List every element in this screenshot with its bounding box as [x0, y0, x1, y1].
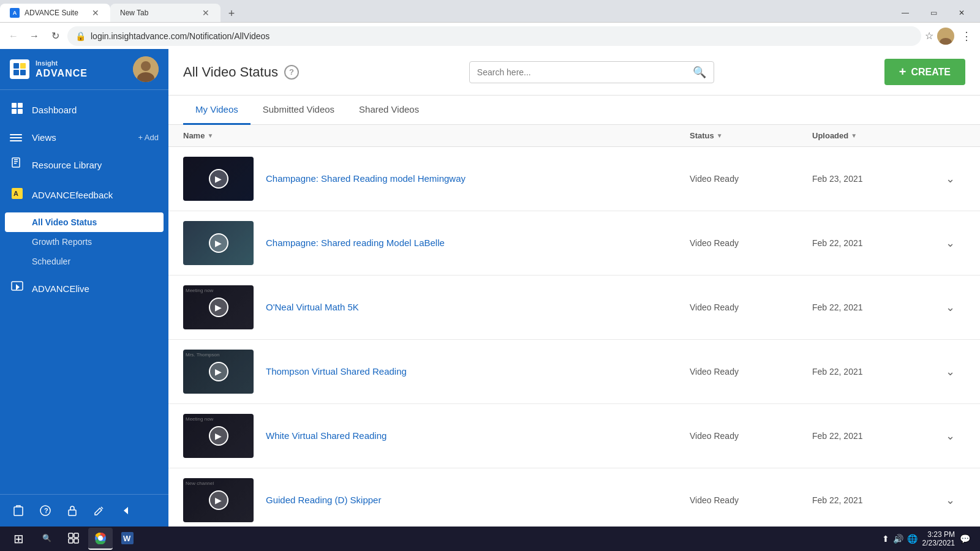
sidebar-item-advance-live[interactable]: ADVANCElive — [0, 274, 168, 304]
browser-menu-button[interactable]: ⋮ — [958, 28, 975, 45]
video-thumbnail-3[interactable]: Meeting now ▶ — [183, 285, 254, 329]
sidebar-sub-growth-reports[interactable]: Growth Reports — [0, 232, 168, 252]
tab-advance-close[interactable]: ✕ — [91, 8, 100, 18]
svg-rect-10 — [12, 103, 17, 108]
start-button[interactable]: ⊞ — [5, 528, 32, 550]
video-expand-3[interactable]: ⌄ — [935, 301, 965, 314]
video-expand-4[interactable]: ⌄ — [935, 365, 965, 378]
sidebar-item-advance-feedback[interactable]: A ADVANCEfeedback — [0, 180, 168, 210]
tab-submitted-videos[interactable]: Submitted Videos — [251, 96, 347, 125]
svg-rect-3 — [13, 63, 19, 69]
footer-clipboard-icon[interactable] — [10, 502, 27, 519]
play-button-6[interactable]: ▶ — [209, 490, 228, 510]
svg-rect-2 — [11, 61, 28, 78]
forward-button[interactable]: → — [26, 28, 43, 45]
tab-bar: A ADVANCE Suite ✕ New Tab ✕ + — ▭ ✕ — [0, 0, 980, 22]
notification-icons: ⬆ 🔊 🌐 — [882, 534, 918, 544]
table-row: ▶ Champagne: Shared Reading model Heming… — [168, 147, 980, 211]
sidebar-item-dashboard[interactable]: Dashboard — [0, 95, 168, 125]
video-expand-1[interactable]: ⌄ — [935, 172, 965, 186]
views-add-button[interactable]: + Add — [138, 133, 159, 142]
sidebar-item-resource-library[interactable]: Resource Library — [0, 150, 168, 180]
notification-center-icon[interactable]: 💬 — [960, 534, 970, 544]
svg-point-0 — [942, 30, 949, 37]
search-button[interactable]: 🔍 — [693, 66, 706, 79]
video-info-5: White Virtual Shared Reading — [266, 430, 690, 441]
browser-tab-advance[interactable]: A ADVANCE Suite ✕ — [0, 4, 110, 22]
play-button-4[interactable]: ▶ — [209, 362, 228, 381]
video-title-4[interactable]: Thompson Virtual Shared Reading — [266, 366, 407, 377]
video-thumbnail-1[interactable]: ▶ — [183, 157, 254, 201]
video-status-3: Video Ready — [690, 302, 812, 312]
video-status-1: Video Ready — [690, 174, 812, 184]
taskbar-search[interactable]: 🔍 — [34, 528, 59, 550]
video-title-6[interactable]: Guided Reading (D) Skipper — [266, 495, 381, 505]
bookmark-icon[interactable]: ☆ — [925, 30, 933, 42]
taskbar-icon-1[interactable]: ⬆ — [882, 534, 889, 544]
taskbar-task-view[interactable] — [61, 528, 86, 550]
sidebar-resource-library-label: Resource Library — [32, 160, 159, 170]
svg-rect-6 — [20, 70, 26, 75]
footer-lock-icon[interactable] — [64, 502, 81, 519]
svg-point-31 — [98, 536, 103, 541]
svg-marker-21 — [16, 284, 20, 290]
video-title-1[interactable]: Champagne: Shared Reading model Hemingwa… — [266, 173, 466, 184]
create-button[interactable]: + CREATE — [884, 59, 965, 85]
sidebar-advance-live-label: ADVANCElive — [32, 283, 159, 294]
tab-newtab-title: New Tab — [120, 9, 196, 17]
thumb-overlay-6: ▶ — [183, 478, 254, 522]
video-thumbnail-6[interactable]: New channel ▶ — [183, 478, 254, 522]
search-input[interactable] — [477, 67, 688, 77]
tab-shared-videos[interactable]: Shared Videos — [347, 96, 431, 125]
minimize-button[interactable]: — — [892, 4, 919, 22]
page-help-icon[interactable]: ? — [284, 65, 299, 80]
play-button-2[interactable]: ▶ — [209, 233, 228, 253]
play-button-3[interactable]: ▶ — [209, 298, 228, 317]
video-thumbnail-2[interactable]: ▶ — [183, 221, 254, 265]
address-field[interactable]: 🔒 login.insightadvance.com/Notification/… — [67, 26, 921, 46]
col-status-header[interactable]: Status ▼ — [690, 131, 812, 140]
maximize-button[interactable]: ▭ — [920, 4, 947, 22]
video-expand-2[interactable]: ⌄ — [935, 236, 965, 250]
video-title-5[interactable]: White Virtual Shared Reading — [266, 430, 386, 441]
word-icon: W — [121, 532, 134, 544]
tab-newtab-close[interactable]: ✕ — [201, 8, 211, 18]
video-thumbnail-4[interactable]: Mrs. Thompson ▶ — [183, 350, 254, 394]
video-expand-5[interactable]: ⌄ — [935, 429, 965, 443]
video-expand-6[interactable]: ⌄ — [935, 493, 965, 507]
taskbar-icon-3[interactable]: 🌐 — [907, 534, 918, 544]
taskbar-chrome[interactable] — [88, 528, 113, 550]
dashboard-icon — [10, 102, 24, 118]
video-title-3[interactable]: O'Neal Virtual Math 5K — [266, 302, 359, 312]
taskbar-right: ⬆ 🔊 🌐 3:23 PM 2/23/2021 💬 — [882, 530, 975, 547]
new-tab-button[interactable]: + — [223, 5, 240, 22]
sidebar-item-views[interactable]: Views + Add — [0, 125, 168, 150]
footer-edit-icon[interactable] — [91, 502, 108, 519]
col-uploaded-label: Uploaded — [812, 131, 848, 140]
refresh-button[interactable]: ↻ — [47, 28, 64, 45]
play-button-1[interactable]: ▶ — [209, 169, 228, 189]
taskbar-word[interactable]: W — [115, 528, 140, 550]
sidebar-sub-scheduler[interactable]: Scheduler — [0, 252, 168, 271]
tab-my-videos-label: My Videos — [195, 104, 238, 114]
video-title-2[interactable]: Champagne: Shared reading Model LaBelle — [266, 238, 445, 248]
col-name-header[interactable]: Name ▼ — [183, 131, 690, 140]
footer-back-icon[interactable] — [118, 502, 135, 519]
tab-my-videos[interactable]: My Videos — [183, 96, 251, 125]
close-button[interactable]: ✕ — [948, 4, 975, 22]
footer-help-icon[interactable]: ? — [37, 502, 54, 519]
col-name-label: Name — [183, 131, 205, 140]
user-avatar[interactable] — [133, 56, 159, 82]
thumb-overlay-2: ▶ — [183, 221, 254, 265]
sidebar-sub-all-video-status[interactable]: All Video Status — [5, 212, 164, 232]
browser-tab-newtab[interactable]: New Tab ✕ — [110, 4, 221, 22]
back-button[interactable]: ← — [5, 28, 22, 45]
col-uploaded-header[interactable]: Uploaded ▼ — [812, 131, 935, 140]
thumb-overlay-3: ▶ — [183, 285, 254, 329]
browser-profile-icon[interactable] — [937, 28, 954, 45]
video-thumbnail-5[interactable]: Meeting now ▶ — [183, 414, 254, 458]
sidebar-views-label: Views — [32, 132, 130, 143]
video-info-3: O'Neal Virtual Math 5K — [266, 302, 690, 313]
play-button-5[interactable]: ▶ — [209, 426, 228, 446]
taskbar-icon-2[interactable]: 🔊 — [893, 534, 903, 544]
